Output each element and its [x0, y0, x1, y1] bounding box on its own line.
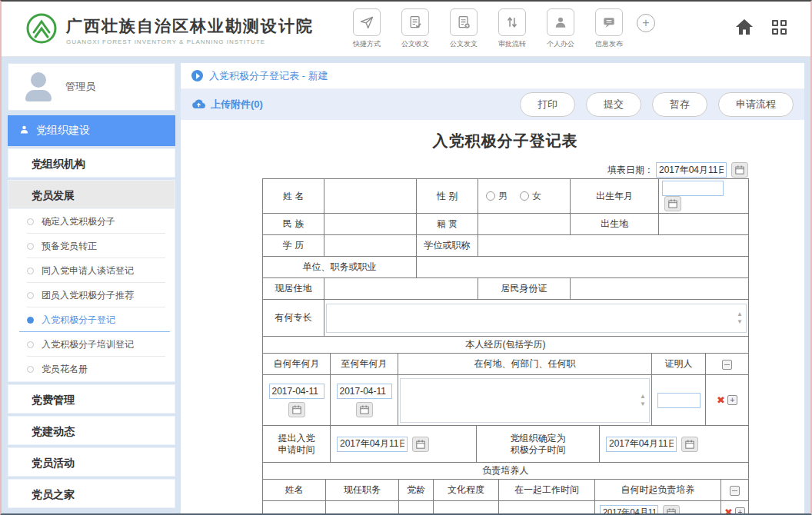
submenu-item-applicant-talk[interactable]: 同入党申请人谈话登记 [8, 258, 175, 283]
apply-flow-button[interactable]: 申请流程 [718, 92, 794, 117]
toolbar-item-personal-office[interactable]: 个人办公 [540, 8, 581, 49]
birth-date-input[interactable] [662, 181, 724, 196]
header-corner [735, 18, 789, 38]
sidebar: 管理员 党组织建设 党组织机构 党员发展 确定入党积极分子 预备党员转正 同入党… [8, 63, 175, 513]
trainer-position-cell[interactable] [326, 501, 399, 514]
calendar-icon[interactable] [663, 505, 680, 514]
sidebar-item-member-home[interactable]: 党员之家 [8, 479, 175, 508]
exp-to-input[interactable] [337, 384, 392, 399]
add-row-icon[interactable] [722, 360, 732, 370]
action-bar: 上传附件(0) 打印 提交 暂存 申请流程 [181, 89, 804, 120]
add-row-icon[interactable]: + [735, 507, 745, 513]
exp-from-input[interactable] [269, 384, 324, 399]
submit-button[interactable]: 提交 [586, 92, 641, 117]
toolbar-label: 公文收文 [394, 39, 436, 49]
calendar-icon[interactable] [664, 196, 681, 211]
add-app-icon[interactable]: + [637, 14, 655, 32]
calendar-icon[interactable] [356, 402, 373, 417]
native-place-label: 籍 贯 [417, 214, 478, 235]
person-badge-icon [18, 124, 30, 138]
print-button[interactable]: 打印 [520, 92, 575, 117]
male-label: 男 [498, 190, 508, 203]
submenu-item-member-roster[interactable]: 党员花名册 [8, 357, 175, 381]
sidebar-item-party-building[interactable]: 党组织建设 [8, 115, 175, 146]
gender-label: 性 别 [417, 179, 478, 214]
submenu-label: 预备党员转正 [42, 240, 97, 253]
sidebar-item-dues-management[interactable]: 党费管理 [8, 384, 175, 414]
activist-time-input[interactable] [606, 437, 677, 452]
app-header: 广西壮族自治区林业勘测设计院 GUANGXI FOREST INVENTORY … [2, 2, 810, 57]
id-card-field-cell[interactable] [571, 278, 749, 300]
bullet-icon [27, 292, 34, 299]
unit-label: 单位、职务或职业 [263, 257, 417, 278]
toolbar-item-doc-receive[interactable]: 公文收文 [394, 8, 436, 49]
toolbar-item-shortcuts[interactable]: 快捷方式 [346, 8, 388, 49]
calendar-icon[interactable] [681, 437, 698, 452]
grid-apps-icon[interactable] [772, 20, 789, 37]
specialty-textarea[interactable]: ▲▼ [326, 304, 747, 333]
sidebar-item-member-development[interactable]: 党员发展 [8, 180, 175, 209]
submenu-item-activist-registration[interactable]: 入党积极分子登记 [8, 307, 175, 332]
delete-row-icon[interactable]: ✖ [717, 394, 725, 406]
residence-label: 现居住地 [263, 278, 324, 300]
trainer-party-age-header: 党龄 [399, 480, 434, 501]
trainer-worktime-cell[interactable] [499, 501, 595, 514]
bullet-icon [27, 267, 34, 274]
birth-place-label: 出生地 [571, 214, 659, 235]
add-row-icon[interactable] [730, 486, 740, 496]
sidebar-item-party-org[interactable]: 党组织机构 [8, 148, 175, 178]
education-field-cell[interactable] [324, 235, 417, 257]
exp-witness-header: 证明人 [652, 354, 706, 375]
trainer-since-input[interactable] [600, 505, 658, 514]
toolbar-item-doc-send[interactable]: 公文发文 [443, 8, 484, 49]
apply-time-input[interactable] [337, 437, 408, 452]
activist-time-label: 党组织确定为 积极分子时间 [477, 426, 600, 463]
fill-date-input[interactable] [656, 162, 727, 178]
calendar-icon[interactable] [288, 402, 305, 417]
exp-witness-input[interactable] [657, 393, 701, 408]
trainer-party-age-cell[interactable] [399, 501, 434, 514]
doc-check-icon [401, 8, 429, 36]
bullet-icon [27, 243, 34, 250]
trainer-name-cell[interactable] [263, 501, 326, 514]
toolbar-item-info-publish[interactable]: 信息发布 [588, 8, 630, 49]
main-area: 入党积极分子登记表 - 新建 上传附件(0) 打印 提交 暂存 申请流程 入党积… [181, 63, 804, 513]
calendar-icon[interactable] [412, 437, 429, 452]
breadcrumb-title: 入党积极分子登记表 - 新建 [209, 69, 328, 83]
exp-to-header: 至何年何月 [331, 354, 398, 375]
person-icon [547, 8, 574, 36]
birth-place-field-cell[interactable] [659, 214, 749, 235]
male-radio[interactable]: 男 [486, 190, 508, 203]
submenu-item-league-recommendation[interactable]: 团员入党积极分子推荐 [8, 283, 175, 307]
trainer-education-cell[interactable] [434, 501, 499, 514]
native-place-field-cell[interactable] [478, 214, 571, 235]
institute-name-cn: 广西壮族自治区林业勘测设计院 [66, 15, 314, 37]
toolbar-label: 快捷方式 [346, 39, 388, 49]
form-panel: 入党积极分子登记表 填表日期： 姓 名 性 别 [181, 120, 804, 513]
name-field-cell[interactable] [324, 179, 417, 214]
residence-field-cell[interactable] [324, 278, 478, 300]
breadcrumb: 入党积极分子登记表 - 新建 [181, 63, 804, 89]
submenu-item-activist-training[interactable]: 入党积极分子培训登记 [8, 332, 175, 357]
sidebar-item-party-news[interactable]: 党建动态 [8, 416, 175, 445]
submenu-item-probationary-confirmation[interactable]: 预备党员转正 [8, 234, 175, 258]
specialty-label: 有何专长 [263, 300, 324, 337]
delete-row-icon[interactable]: ✖ [724, 507, 733, 513]
add-row-icon[interactable]: + [727, 395, 737, 405]
ethnic-field-cell[interactable] [324, 214, 417, 235]
submenu-item-confirm-activist[interactable]: 确定入党积极分子 [8, 209, 175, 234]
submenu-label: 入党积极分子登记 [42, 314, 115, 327]
home-icon[interactable] [735, 18, 754, 38]
spinner-arrows-icon[interactable]: ▲▼ [640, 394, 646, 407]
upload-attachment-link[interactable]: 上传附件(0) [191, 98, 263, 111]
toolbar-label: 公文发文 [443, 39, 484, 49]
unit-field-cell[interactable] [417, 257, 749, 278]
sidebar-item-member-activities[interactable]: 党员活动 [8, 447, 175, 477]
toolbar-item-approval-flow[interactable]: 审批流转 [491, 8, 533, 49]
calendar-icon[interactable] [731, 162, 748, 178]
degree-field-cell[interactable] [478, 235, 749, 257]
save-draft-button[interactable]: 暂存 [652, 92, 707, 117]
exp-where-textarea[interactable]: ▲▼ [400, 378, 650, 423]
female-radio[interactable]: 女 [520, 190, 541, 203]
spinner-arrows-icon[interactable]: ▲▼ [737, 311, 743, 325]
